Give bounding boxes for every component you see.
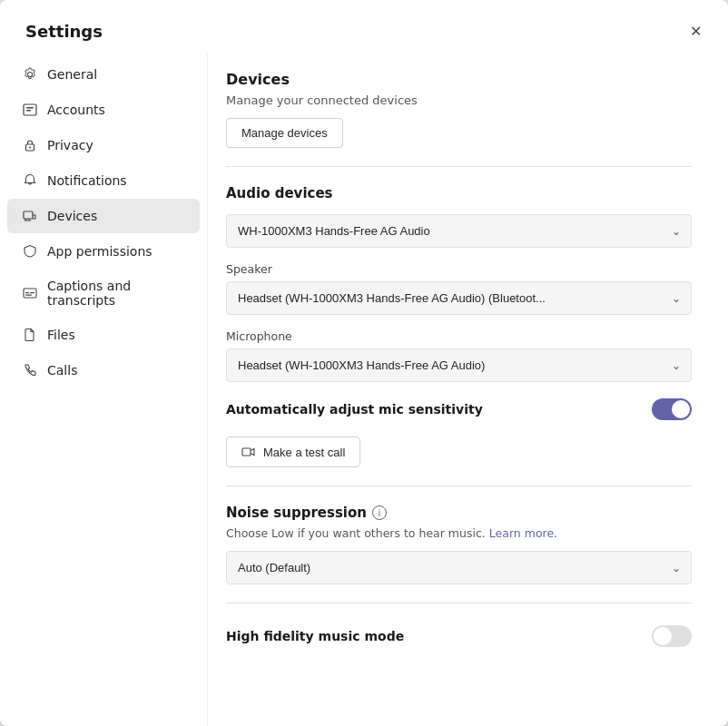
svg-rect-8 xyxy=(30,292,34,293)
audio-device-dropdown[interactable]: WH-1000XM3 Hands-Free AG Audio xyxy=(226,214,692,248)
divider-1 xyxy=(226,166,692,167)
sidebar-item-notifications[interactable]: Notifications xyxy=(7,163,200,198)
test-call-button[interactable]: Make a test call xyxy=(226,437,360,467)
manage-devices-button[interactable]: Manage devices xyxy=(226,118,343,148)
noise-suppression-title: Noise suppression xyxy=(226,505,367,521)
noise-info-icon: i xyxy=(372,505,387,520)
sidebar: General Accounts xyxy=(0,53,207,726)
audio-devices-title: Audio devices xyxy=(226,185,692,201)
sidebar-item-files-label: Files xyxy=(47,328,75,342)
learn-more-link[interactable]: Learn more. xyxy=(489,526,557,540)
file-icon xyxy=(22,327,38,343)
devices-title: Devices xyxy=(226,71,692,88)
sidebar-item-captions[interactable]: Captions and transcripts xyxy=(7,270,200,317)
high-fidelity-row: High fidelity music mode xyxy=(226,622,692,647)
svg-point-4 xyxy=(29,147,31,149)
sidebar-item-privacy[interactable]: Privacy xyxy=(7,128,200,162)
window-title: Settings xyxy=(25,22,103,41)
sidebar-item-captions-label: Captions and transcripts xyxy=(47,279,185,308)
noise-suppression-desc: Choose Low if you want others to hear mu… xyxy=(226,526,692,540)
svg-rect-2 xyxy=(26,110,31,112)
sidebar-item-devices-label: Devices xyxy=(47,209,97,223)
test-call-icon xyxy=(241,445,256,459)
svg-rect-10 xyxy=(242,448,251,456)
sidebar-item-devices[interactable]: Devices xyxy=(7,199,200,233)
phone-icon xyxy=(22,362,38,378)
test-call-label: Make a test call xyxy=(263,446,345,459)
speaker-dropdown[interactable]: Headset (WH-1000XM3 Hands-Free AG Audio)… xyxy=(226,281,692,315)
close-button[interactable]: ✕ xyxy=(681,16,710,45)
sidebar-item-general[interactable]: General xyxy=(7,57,200,92)
svg-rect-7 xyxy=(25,292,29,293)
gear-icon xyxy=(22,66,38,83)
captions-icon xyxy=(22,285,38,301)
svg-rect-6 xyxy=(24,289,36,298)
devices-icon xyxy=(22,208,38,224)
svg-rect-9 xyxy=(25,295,32,296)
microphone-dropdown-wrapper: Headset (WH-1000XM3 Hands-Free AG Audio)… xyxy=(226,348,692,382)
sidebar-item-accounts[interactable]: Accounts xyxy=(7,93,200,127)
main-content: Devices Manage your connected devices Ma… xyxy=(207,53,728,726)
noise-suppression-title-row: Noise suppression i xyxy=(226,505,692,521)
audio-device-dropdown-wrapper: WH-1000XM3 Hands-Free AG Audio ⌄ xyxy=(226,214,692,248)
sidebar-item-calls[interactable]: Calls xyxy=(7,353,200,388)
divider-2 xyxy=(226,486,692,486)
speaker-dropdown-wrapper: Headset (WH-1000XM3 Hands-Free AG Audio)… xyxy=(226,281,692,315)
shield-icon xyxy=(22,243,38,260)
audio-devices-section: Audio devices WH-1000XM3 Hands-Free AG A… xyxy=(226,185,692,382)
svg-rect-5 xyxy=(24,211,33,219)
microphone-label: Microphone xyxy=(226,329,692,343)
mic-sensitivity-toggle[interactable] xyxy=(652,398,692,420)
settings-window: Settings ✕ General xyxy=(0,0,728,726)
sidebar-item-files[interactable]: Files xyxy=(7,318,200,352)
mic-sensitivity-row: Automatically adjust mic sensitivity xyxy=(226,398,692,420)
privacy-icon xyxy=(22,137,38,153)
divider-3 xyxy=(226,603,692,603)
sidebar-item-app-permissions[interactable]: App permissions xyxy=(7,234,200,269)
window-header: Settings ✕ xyxy=(0,0,728,53)
microphone-dropdown[interactable]: Headset (WH-1000XM3 Hands-Free AG Audio) xyxy=(226,348,692,382)
noise-suppression-dropdown-wrapper: Auto (Default) ⌄ xyxy=(226,551,692,584)
noise-suppression-section: Noise suppression i Choose Low if you wa… xyxy=(226,505,692,584)
sidebar-item-app-permissions-label: App permissions xyxy=(47,244,152,259)
accounts-icon xyxy=(22,102,38,118)
sidebar-item-privacy-label: Privacy xyxy=(47,138,93,152)
mic-sensitivity-knob xyxy=(672,400,690,418)
window-body: General Accounts xyxy=(0,53,728,726)
devices-section: Devices Manage your connected devices Ma… xyxy=(226,71,692,148)
sidebar-item-accounts-label: Accounts xyxy=(47,103,105,117)
speaker-label: Speaker xyxy=(226,262,692,276)
devices-subtitle: Manage your connected devices xyxy=(226,93,692,107)
sidebar-item-notifications-label: Notifications xyxy=(47,173,127,188)
sidebar-item-calls-label: Calls xyxy=(47,363,77,378)
high-fidelity-knob xyxy=(654,627,672,645)
high-fidelity-label: High fidelity music mode xyxy=(226,629,404,643)
svg-rect-1 xyxy=(26,107,34,109)
bell-icon xyxy=(22,172,38,189)
high-fidelity-toggle[interactable] xyxy=(652,625,692,647)
mic-sensitivity-label: Automatically adjust mic sensitivity xyxy=(226,402,483,417)
sidebar-item-general-label: General xyxy=(47,67,97,82)
noise-suppression-dropdown[interactable]: Auto (Default) xyxy=(226,551,692,584)
